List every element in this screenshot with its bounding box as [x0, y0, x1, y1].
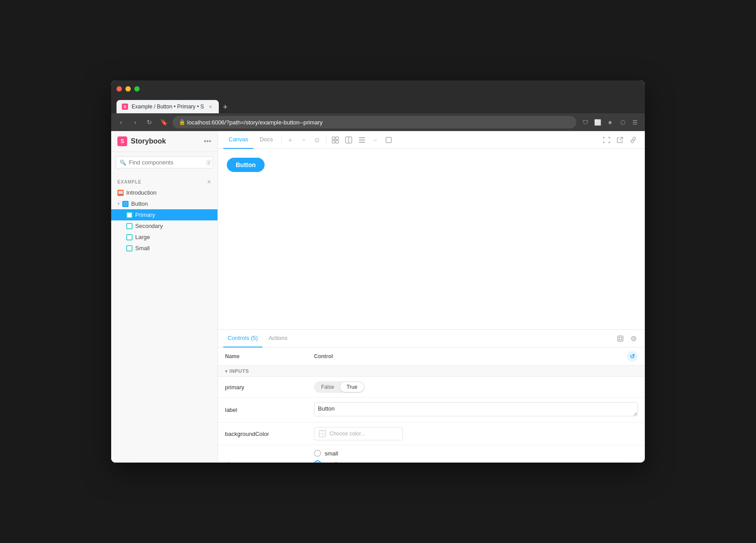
external-link-button[interactable] [614, 134, 626, 146]
controls-section-row: ▾ INPUTS [218, 366, 645, 377]
tab-title: Example / Button • Primary • S [132, 104, 204, 110]
radio-small-circle [314, 450, 321, 457]
sidebar-item-small[interactable]: Small [111, 243, 217, 254]
tab-actions[interactable]: Actions [264, 330, 292, 347]
zoom-in-button[interactable]: + [284, 134, 297, 146]
controls-close-button[interactable] [628, 333, 639, 344]
browser-menu-icons: 🛡 ⬜ ★ ⬡ ☰ [580, 117, 640, 128]
color-swatch [319, 430, 326, 437]
size-radio-group: small medium [314, 450, 638, 463]
toolbar-separator [281, 136, 281, 144]
small-story-icon [126, 245, 133, 252]
frame-button[interactable] [382, 134, 395, 146]
sidebar-item-secondary[interactable]: Secondary [111, 220, 217, 232]
traffic-light-green[interactable] [134, 86, 140, 92]
browser-addressbar: ‹ › ↻ 🔖 🔒 localhost:6006/?path=/story/ex… [111, 113, 645, 131]
sidebar-item-button[interactable]: ▾ ⬡ Button [111, 198, 217, 209]
toolbar-right [600, 134, 639, 146]
sidebar-header: S Storybook ••• [111, 131, 217, 152]
controls-body: Name Control ↺ [218, 347, 645, 463]
zoom-reset-button[interactable]: ⊙ [311, 134, 323, 146]
menu-shield-icon[interactable]: 🛡 [580, 117, 591, 128]
radio-medium-circle [314, 460, 321, 463]
toolbar-separator-2 [326, 136, 326, 144]
nav-section-close-button[interactable]: × [207, 178, 211, 185]
secondary-label: Secondary [135, 223, 163, 229]
control-row-backgroundcolor: backgroundColor Choose color... [218, 423, 645, 445]
tab-docs[interactable]: Docs [254, 131, 278, 149]
list-view-button[interactable] [356, 134, 368, 146]
menu-star-icon[interactable]: ★ [605, 117, 615, 128]
sidebar-nav: EXAMPLE × 📖 Introduction ▾ ⬡ Button P [111, 173, 217, 463]
reset-all-button[interactable]: ↺ [627, 351, 638, 362]
radio-medium-dot [316, 462, 319, 463]
controls-toolbar: Controls (5) Actions [218, 330, 645, 347]
control-name-size: size [218, 445, 307, 463]
nav-forward-button[interactable]: › [130, 117, 141, 128]
nav-bookmark-button[interactable]: 🔖 [158, 117, 169, 128]
nav-back-button[interactable]: ‹ [116, 117, 126, 128]
nav-section-label: EXAMPLE × [111, 176, 217, 187]
tab-new-button[interactable]: + [219, 101, 231, 113]
svg-rect-9 [386, 137, 391, 143]
controls-right-buttons [615, 333, 639, 344]
sidebar-item-primary[interactable]: Primary [111, 209, 217, 220]
primary-story-icon [126, 212, 133, 218]
secondary-story-icon [126, 223, 133, 229]
radio-medium[interactable]: medium [314, 460, 638, 463]
control-row-size: size small [218, 445, 645, 463]
sidebar-item-introduction[interactable]: 📖 Introduction [111, 187, 217, 198]
sidebar-title: Storybook [131, 137, 166, 145]
grid-icon-button[interactable] [329, 134, 342, 146]
button-caret-icon: ▾ [117, 201, 120, 206]
menu-extensions-icon[interactable]: ⬜ [592, 117, 603, 128]
svg-rect-3 [336, 140, 338, 143]
radio-small[interactable]: small [314, 450, 638, 457]
svg-rect-11 [619, 337, 622, 340]
col-name-header: Name [218, 347, 307, 366]
sidebar-item-large[interactable]: Large [111, 232, 217, 243]
minus-button[interactable]: − [369, 134, 382, 146]
menu-more-icon[interactable]: ☰ [630, 117, 640, 128]
traffic-light-yellow[interactable] [125, 86, 131, 92]
col-control-header: Control ↺ [307, 347, 645, 366]
label-text-input[interactable]: Button [314, 402, 638, 416]
large-label: Large [135, 234, 150, 240]
zoom-out-button[interactable]: − [298, 134, 310, 146]
address-bar[interactable]: 🔒 localhost:6006/?path=/story/example-bu… [173, 116, 576, 128]
main-content: Canvas Docs + − ⊙ [218, 131, 645, 463]
preview-button[interactable]: Button [227, 158, 265, 172]
tab-canvas[interactable]: Canvas [223, 131, 253, 149]
button-label: Button [131, 200, 148, 207]
controls-expand-button[interactable] [615, 333, 626, 344]
color-picker[interactable]: Choose color... [314, 427, 403, 440]
controls-table: Name Control ↺ [218, 347, 645, 463]
svg-rect-1 [336, 137, 338, 140]
nav-refresh-button[interactable]: ↻ [144, 117, 155, 128]
fullscreen-button[interactable] [600, 134, 613, 146]
sidebar-menu-button[interactable]: ••• [204, 137, 211, 145]
browser-tab-active[interactable]: S Example / Button • Primary • S × [117, 100, 219, 113]
svg-rect-0 [332, 137, 335, 140]
introduction-label: Introduction [126, 189, 157, 196]
controls-panel: Controls (5) Actions [218, 329, 645, 463]
address-text: localhost:6006/?path=/story/example-butt… [187, 119, 323, 126]
search-box[interactable]: 🔍 / [116, 156, 213, 168]
toggle-true-button[interactable]: True [340, 382, 363, 392]
radio-small-label: small [325, 450, 338, 457]
split-view-button[interactable] [342, 134, 355, 146]
menu-cast-icon[interactable]: ⬡ [617, 117, 628, 128]
tab-close-button[interactable]: × [207, 104, 213, 110]
control-name-label: label [218, 398, 307, 423]
search-input[interactable] [129, 159, 204, 166]
control-name-primary: primary [218, 377, 307, 398]
tab-controls[interactable]: Controls (5) [223, 330, 262, 347]
app-container: S Storybook ••• 🔍 / EXAMPLE × 📖 Introduc… [111, 131, 645, 463]
primary-toggle-group[interactable]: False True [314, 381, 365, 393]
toggle-false-button[interactable]: False [315, 382, 340, 392]
sidebar: S Storybook ••• 🔍 / EXAMPLE × 📖 Introduc… [111, 131, 218, 463]
copy-link-button[interactable] [627, 134, 639, 146]
color-placeholder-text: Choose color... [330, 431, 365, 437]
traffic-light-red[interactable] [117, 86, 122, 92]
search-icon: 🔍 [120, 160, 126, 166]
